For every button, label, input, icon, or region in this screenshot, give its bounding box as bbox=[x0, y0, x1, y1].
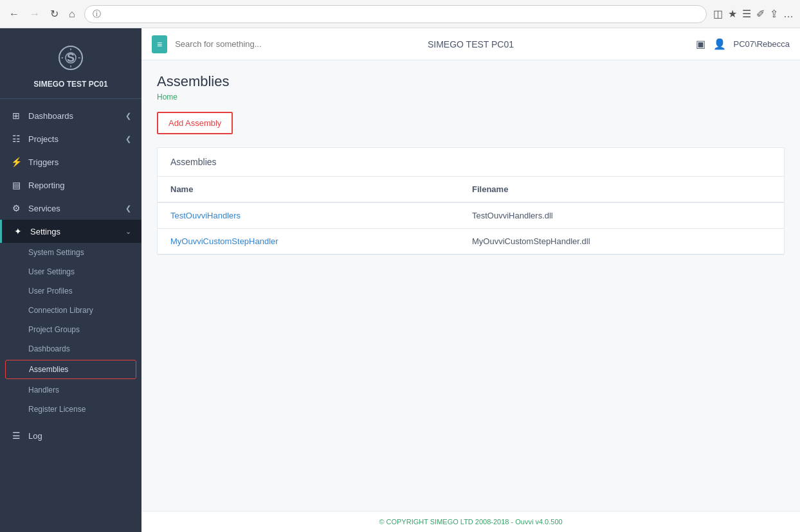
app-logo: S bbox=[54, 41, 87, 75]
page-title: Assemblies bbox=[157, 73, 785, 90]
col-header-filename: Filename bbox=[459, 177, 784, 202]
home-button[interactable]: ⌂ bbox=[66, 7, 78, 21]
table-row: MyOuvviCustomStepHandlerMyOuvviCustomSte… bbox=[158, 229, 784, 254]
sub-item-label: User Profiles bbox=[28, 287, 73, 296]
triggers-icon: ⚡ bbox=[10, 157, 22, 167]
sidebar-item-dashboards[interactable]: ⊞ Dashboards ❮ bbox=[0, 104, 141, 127]
sidebar-header: S SIMEGO TEST PC01 bbox=[0, 28, 141, 99]
footer-text: © COPYRIGHT SIMEGO LTD 2008-2018 - Ouvvi… bbox=[379, 518, 562, 526]
url-input[interactable] bbox=[105, 10, 698, 19]
content-area: Assemblies Home Add Assembly Assemblies … bbox=[141, 60, 800, 511]
chevron-down-icon: ⌄ bbox=[125, 227, 131, 236]
browser-chrome: ← → ↻ ⌂ ⓘ ◫ ★ ☰ ✐ ⇪ … bbox=[0, 0, 800, 28]
user-icon: 👤 bbox=[713, 38, 726, 50]
sidebar-item-label: Settings bbox=[30, 227, 119, 236]
assembly-filename-cell: TestOuvviHandlers.dll bbox=[459, 202, 784, 229]
settings-icon: ✦ bbox=[12, 226, 24, 236]
sidebar-item-label: Log bbox=[28, 431, 131, 441]
sub-item-label: Register License bbox=[28, 405, 86, 414]
share-icon[interactable]: ⇪ bbox=[770, 8, 778, 20]
assemblies-table: Name Filename TestOuvviHandlersTestOuvvi… bbox=[158, 177, 784, 254]
sidebar-item-label: Reporting bbox=[28, 181, 131, 190]
chevron-right-icon: ❮ bbox=[125, 112, 131, 120]
top-bar-right: ▣ 👤 PC07\Rebecca bbox=[696, 38, 790, 50]
assemblies-panel: Assemblies Name Filename TestOuvviHandle… bbox=[157, 147, 785, 255]
sidebar-item-reporting[interactable]: ▤ Reporting bbox=[0, 173, 141, 197]
top-bar: ≡ SIMEGO TEST PC01 ▣ 👤 PC07\Rebecca bbox=[141, 28, 800, 60]
sidebar-item-log[interactable]: ☰ Log bbox=[0, 424, 141, 447]
sidebar-item-dashboards-sub[interactable]: Dashboards bbox=[0, 339, 141, 359]
log-icon: ☰ bbox=[10, 430, 22, 441]
assembly-name-cell: MyOuvviCustomStepHandler bbox=[158, 229, 459, 254]
sidebar-item-connection-library[interactable]: Connection Library bbox=[0, 301, 141, 320]
sub-item-label: User Settings bbox=[28, 267, 75, 276]
sidebar-item-handlers[interactable]: Handlers bbox=[0, 380, 141, 400]
sidebar-nav: ⊞ Dashboards ❮ ☷ Projects ❮ ⚡ Triggers ▤… bbox=[0, 99, 141, 532]
more-icon[interactable]: … bbox=[783, 8, 794, 20]
sign-in-icon[interactable]: ✐ bbox=[756, 8, 765, 20]
app-container: S SIMEGO TEST PC01 ⊞ Dashboards ❮ bbox=[0, 28, 800, 532]
menu-button[interactable]: ≡ bbox=[152, 35, 167, 53]
chevron-right-icon: ❮ bbox=[125, 135, 131, 143]
sidebar-item-triggers[interactable]: ⚡ Triggers bbox=[0, 150, 141, 173]
dashboards-icon: ⊞ bbox=[10, 111, 22, 121]
sub-item-label: System Settings bbox=[28, 248, 84, 257]
main-content: Assemblies Home Add Assembly Assemblies … bbox=[141, 60, 800, 532]
col-header-name: Name bbox=[158, 177, 459, 202]
forward-button[interactable]: → bbox=[27, 7, 42, 21]
sidebar-item-projects[interactable]: ☷ Projects ❮ bbox=[0, 127, 141, 150]
user-label: PC07\Rebecca bbox=[734, 39, 790, 49]
sidebar-item-register-license[interactable]: Register License bbox=[0, 400, 141, 419]
assembly-filename-cell: MyOuvviCustomStepHandler.dll bbox=[459, 229, 784, 254]
chevron-right-icon: ❮ bbox=[125, 204, 131, 213]
sub-item-label: Handlers bbox=[28, 386, 59, 395]
table-row: TestOuvviHandlersTestOuvviHandlers.dll bbox=[158, 202, 784, 229]
sidebar-item-label: Dashboards bbox=[28, 111, 119, 121]
footer: © COPYRIGHT SIMEGO LTD 2008-2018 - Ouvvi… bbox=[141, 511, 800, 532]
sidebar-app-title: SIMEGO TEST PC01 bbox=[33, 80, 107, 89]
add-assembly-button[interactable]: Add Assembly bbox=[157, 112, 233, 134]
projects-icon: ☷ bbox=[10, 134, 22, 144]
display-icon[interactable]: ▣ bbox=[696, 38, 705, 50]
browser-nav-buttons: ← → ↻ ⌂ bbox=[6, 6, 78, 21]
sidebar: S SIMEGO TEST PC01 ⊞ Dashboards ❮ bbox=[0, 28, 141, 532]
bookmark-icon[interactable]: ★ bbox=[728, 8, 737, 20]
panel-header: Assemblies bbox=[158, 148, 784, 177]
assembly-name-link[interactable]: MyOuvviCustomStepHandler bbox=[170, 236, 278, 246]
sidebar-item-project-groups[interactable]: Project Groups bbox=[0, 320, 141, 339]
sidebar-item-services[interactable]: ⚙ Services ❮ bbox=[0, 197, 141, 220]
topbar-title: SIMEGO TEST PC01 bbox=[428, 39, 514, 49]
sidebar-item-label: Projects bbox=[28, 134, 119, 144]
reload-button[interactable]: ↻ bbox=[48, 6, 61, 21]
assembly-name-cell: TestOuvviHandlers bbox=[158, 202, 459, 229]
address-bar[interactable]: ⓘ bbox=[84, 5, 707, 23]
sub-item-label: Connection Library bbox=[28, 306, 93, 315]
sidebar-item-settings[interactable]: ✦ Settings ⌄ bbox=[0, 220, 141, 243]
sidebar-item-user-profiles[interactable]: User Profiles bbox=[0, 281, 141, 301]
sub-item-label: Dashboards bbox=[28, 344, 70, 353]
browser-actions: ◫ ★ ☰ ✐ ⇪ … bbox=[713, 8, 794, 20]
reporting-icon: ▤ bbox=[10, 180, 22, 190]
sub-item-label: Assemblies bbox=[29, 365, 68, 374]
sidebar-item-label: Services bbox=[28, 204, 119, 213]
sidebar-item-user-settings[interactable]: User Settings bbox=[0, 262, 141, 281]
assembly-name-link[interactable]: TestOuvviHandlers bbox=[170, 211, 241, 220]
back-button[interactable]: ← bbox=[6, 7, 22, 21]
hamburger-icon: ≡ bbox=[157, 39, 162, 49]
tabs-icon[interactable]: ◫ bbox=[713, 8, 723, 20]
breadcrumb[interactable]: Home bbox=[157, 93, 785, 102]
services-icon: ⚙ bbox=[10, 203, 22, 213]
sub-item-label: Project Groups bbox=[28, 325, 80, 334]
sidebar-item-label: Triggers bbox=[28, 157, 131, 167]
reading-list-icon[interactable]: ☰ bbox=[742, 8, 751, 20]
info-icon: ⓘ bbox=[93, 8, 101, 20]
sidebar-item-assemblies[interactable]: Assemblies bbox=[5, 360, 136, 379]
sidebar-item-system-settings[interactable]: System Settings bbox=[0, 243, 141, 262]
